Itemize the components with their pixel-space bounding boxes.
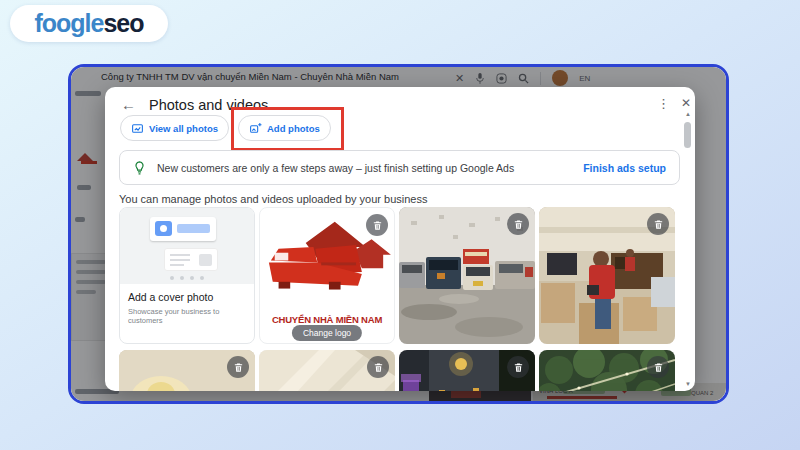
photo-tile-green-lights[interactable] [539, 350, 675, 391]
photo-tile-chandelier-room[interactable] [119, 350, 255, 391]
trash-icon [653, 362, 664, 373]
dialog-scrollbar[interactable]: ▲ ▼ [682, 111, 694, 387]
add-photos-label: Add photos [267, 123, 320, 134]
change-logo-button[interactable]: Change logo [292, 325, 362, 341]
delete-photo-button[interactable] [227, 356, 249, 378]
scroll-down-icon[interactable]: ▼ [682, 381, 694, 387]
cover-card-title: Add a cover photo [128, 291, 246, 303]
trash-icon [513, 362, 524, 373]
manage-photos-caption: You can manage photos and videos uploade… [119, 193, 427, 205]
brand-text-secondary: seo [103, 9, 143, 38]
delete-photo-button[interactable] [507, 356, 529, 378]
dialog-actions: View all photos Add photos [120, 115, 331, 141]
logo-photo-tile[interactable]: CHUYỂN NHÀ MIỀN NAM Change logo [259, 207, 395, 344]
photo-grid: Add a cover photo Showcase your business… [119, 207, 675, 391]
trash-icon [513, 219, 524, 230]
photo-tile-trucks[interactable] [399, 207, 535, 344]
lightbulb-icon [132, 160, 147, 175]
more-options-icon[interactable]: ⋮ [657, 96, 670, 111]
delete-photo-button[interactable] [367, 356, 389, 378]
view-all-photos-label: View all photos [149, 123, 218, 134]
trash-icon [233, 362, 244, 373]
photo-tile-night-storefront[interactable] [399, 350, 535, 391]
back-icon[interactable]: ← [121, 96, 136, 113]
logo-tile-text: CHUYỂN NHÀ MIỀN NAM [260, 314, 394, 325]
brand-logo: foogleseo [10, 5, 168, 42]
photo-icon [131, 122, 144, 135]
add-photo-icon [249, 122, 262, 135]
delete-photo-button[interactable] [366, 214, 388, 236]
screenshot-canvas: foogleseo Công ty TNHH TM DV vận chuyển … [0, 0, 800, 450]
photo-tile-moving-interior[interactable] [539, 207, 675, 344]
trash-icon [373, 362, 384, 373]
trash-icon [653, 219, 664, 230]
add-cover-photo-card[interactable]: Add a cover photo Showcase your business… [119, 207, 255, 344]
image-placeholder-icon [199, 254, 212, 266]
delete-photo-button[interactable] [647, 213, 669, 235]
browser-window: Công ty TNHH TM DV vận chuyển Miền Nam -… [68, 64, 729, 404]
delete-photo-button[interactable] [507, 213, 529, 235]
view-all-photos-button[interactable]: View all photos [120, 115, 229, 141]
finish-ads-setup-link[interactable]: Finish ads setup [583, 162, 666, 174]
scroll-up-icon[interactable]: ▲ [682, 111, 694, 117]
google-ads-banner: New customers are only a few steps away … [119, 150, 680, 185]
delete-photo-button[interactable] [647, 356, 669, 378]
scrollbar-thumb[interactable] [684, 122, 691, 148]
photos-and-videos-dialog: ← Photos and videos ⋮ ✕ View all photos … [105, 87, 695, 391]
trash-icon [372, 220, 383, 231]
cover-illustration [120, 208, 254, 284]
close-icon[interactable]: ✕ [681, 96, 691, 110]
dialog-title: Photos and videos [149, 97, 268, 113]
brand-text-primary: foogle [34, 9, 103, 38]
camera-icon [155, 221, 172, 236]
photo-tile-ceiling[interactable] [259, 350, 395, 391]
add-photos-button[interactable]: Add photos [238, 115, 331, 141]
cover-card-subtitle: Showcase your business to customers [128, 307, 246, 325]
banner-text: New customers are only a few steps away … [157, 162, 514, 174]
